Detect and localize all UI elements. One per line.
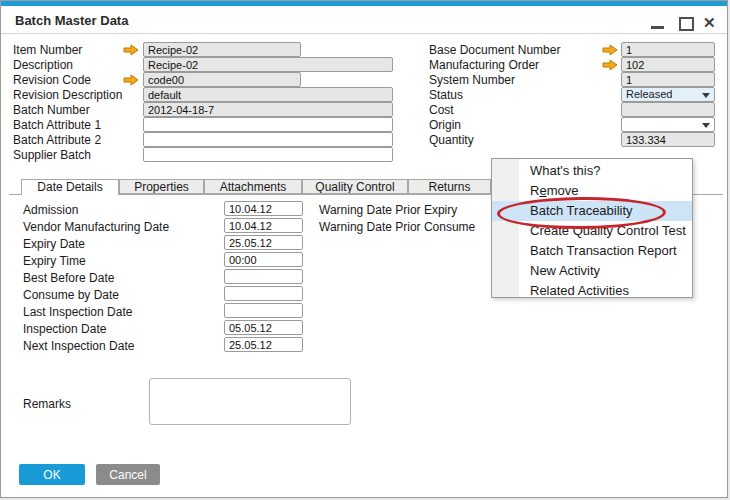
maximize-button[interactable] <box>677 15 695 31</box>
tab-quality-control[interactable]: Quality Control <box>302 179 408 194</box>
consume-by-date-label: Consume by Date <box>23 288 119 302</box>
batch-number-label: Batch Number <box>13 103 90 117</box>
link-arrow-icon[interactable] <box>602 44 618 56</box>
manufacturing-order-label: Manufacturing Order <box>429 58 539 72</box>
quantity-field <box>621 132 715 147</box>
next-inspection-date-label: Next Inspection Date <box>23 339 134 353</box>
context-menu: What's this? Remove Batch Traceability C… <box>491 158 693 298</box>
minimize-button[interactable] <box>649 15 667 31</box>
tab-date-details[interactable]: Date Details <box>21 179 119 195</box>
admission-label: Admission <box>23 203 78 217</box>
system-number-field <box>621 72 715 87</box>
menu-item-batch-traceability[interactable]: Batch Traceability <box>492 201 692 221</box>
revision-description-field <box>143 87 393 102</box>
base-document-number-field <box>621 42 715 57</box>
cost-field <box>621 102 715 117</box>
chevron-down-icon <box>702 93 710 98</box>
vendor-manufacturing-date-label: Vendor Manufacturing Date <box>23 220 169 234</box>
link-arrow-icon[interactable] <box>123 44 139 56</box>
remarks-label: Remarks <box>23 397 71 411</box>
origin-label: Origin <box>429 118 461 132</box>
revision-code-field <box>143 72 301 87</box>
quantity-label: Quantity <box>429 133 474 147</box>
menu-item-remove[interactable]: Remove <box>492 181 692 201</box>
last-inspection-date-field[interactable] <box>224 303 303 318</box>
admission-field[interactable] <box>224 201 303 216</box>
menu-item-remove-underlined: e <box>539 183 546 198</box>
menu-item-related-activities[interactable]: Related Activities <box>492 281 692 301</box>
window-title: Batch Master Data <box>15 13 128 28</box>
next-inspection-date-field[interactable] <box>224 337 303 352</box>
expiry-date-label: Expiry Date <box>23 237 85 251</box>
titlebar-separator <box>1 33 727 34</box>
status-value: Released <box>626 88 672 100</box>
supplier-batch-field[interactable] <box>143 147 393 162</box>
revision-code-label: Revision Code <box>13 73 91 87</box>
item-number-field <box>143 42 301 57</box>
menu-item-batch-transaction-report[interactable]: Batch Transaction Report <box>492 241 692 261</box>
description-field <box>143 57 393 72</box>
batch-number-field <box>143 102 393 117</box>
base-document-number-label: Base Document Number <box>429 43 560 57</box>
origin-select[interactable] <box>621 117 715 132</box>
batch-attribute1-label: Batch Attribute 1 <box>13 118 101 132</box>
ok-button[interactable]: OK <box>19 464 85 485</box>
best-before-date-field[interactable] <box>224 269 303 284</box>
manufacturing-order-field <box>621 57 715 72</box>
expiry-time-label: Expiry Time <box>23 254 86 268</box>
expiry-date-field[interactable] <box>224 235 303 250</box>
menu-item-create-quality-control-test[interactable]: Create Quality Control Test <box>492 221 692 241</box>
cost-label: Cost <box>429 103 454 117</box>
supplier-batch-label: Supplier Batch <box>13 148 91 162</box>
batch-attribute1-field[interactable] <box>143 117 393 132</box>
warning-date-prior-expiry-label: Warning Date Prior Expiry <box>319 203 457 217</box>
titlebar: Batch Master Data ✕ <box>1 6 727 33</box>
inspection-date-label: Inspection Date <box>23 322 106 336</box>
menu-item-new-activity[interactable]: New Activity <box>492 261 692 281</box>
item-number-label: Item Number <box>13 43 82 57</box>
tab-attachments[interactable]: Attachments <box>204 179 302 194</box>
best-before-date-label: Best Before Date <box>23 271 114 285</box>
status-select[interactable]: Released <box>621 87 715 102</box>
revision-description-label: Revision Description <box>13 88 122 102</box>
tab-properties[interactable]: Properties <box>119 179 204 194</box>
last-inspection-date-label: Last Inspection Date <box>23 305 132 319</box>
remarks-textarea[interactable] <box>149 378 351 425</box>
minimize-icon <box>651 26 664 29</box>
menu-item-whats-this[interactable]: What's this? <box>492 161 692 181</box>
batch-attribute2-label: Batch Attribute 2 <box>13 133 101 147</box>
vendor-manufacturing-date-field[interactable] <box>224 218 303 233</box>
expiry-time-field[interactable] <box>224 252 303 267</box>
warning-date-prior-consume-label: Warning Date Prior Consume <box>319 220 475 234</box>
link-arrow-icon[interactable] <box>602 59 618 71</box>
menu-item-remove-pre: R <box>530 183 539 198</box>
system-number-label: System Number <box>429 73 515 87</box>
menu-item-remove-post: move <box>547 183 579 198</box>
consume-by-date-field[interactable] <box>224 286 303 301</box>
close-button[interactable]: ✕ <box>703 15 721 31</box>
inspection-date-field[interactable] <box>224 320 303 335</box>
link-arrow-icon[interactable] <box>123 74 139 86</box>
chevron-down-icon <box>702 123 710 128</box>
maximize-icon <box>679 17 694 31</box>
batch-master-data-window: Batch Master Data ✕ Item Number Descript… <box>0 0 728 498</box>
close-icon: ✕ <box>703 14 716 31</box>
cancel-button[interactable]: Cancel <box>96 464 160 485</box>
description-label: Description <box>13 58 73 72</box>
tab-returns[interactable]: Returns <box>408 179 491 194</box>
status-label: Status <box>429 88 463 102</box>
batch-attribute2-field[interactable] <box>143 132 393 147</box>
